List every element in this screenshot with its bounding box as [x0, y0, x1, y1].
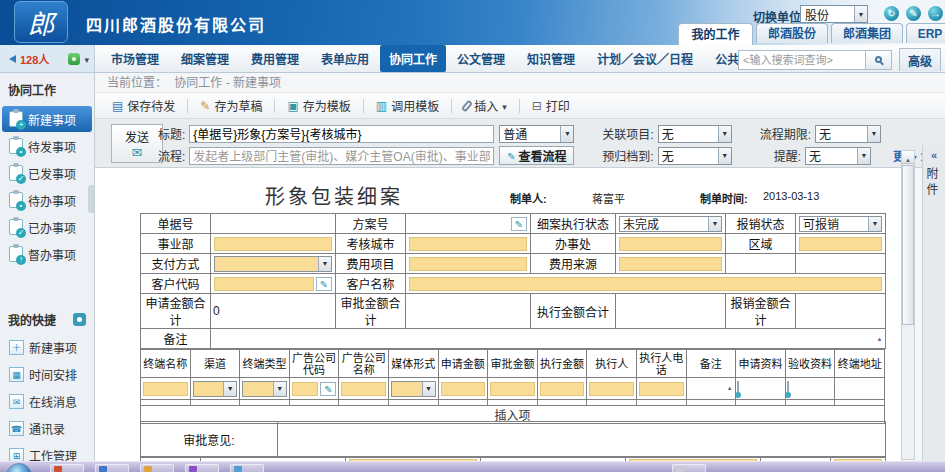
pre-archive-select[interactable]: 无 — [658, 147, 732, 165]
division-field[interactable] — [214, 237, 332, 251]
exec-amount-field[interactable] — [540, 382, 585, 396]
advanced-search-button[interactable]: 高级 — [899, 48, 941, 71]
search-input[interactable] — [738, 50, 866, 70]
menu-official-doc[interactable]: 公文管理 — [446, 45, 516, 72]
refresh-icon[interactable]: ↻ — [884, 6, 899, 21]
textarea-scrollbar[interactable] — [875, 330, 884, 347]
reimburse-status-select[interactable]: 可报销 — [799, 216, 882, 232]
tab-erp[interactable]: ERP — [906, 23, 945, 43]
media-form-select[interactable] — [391, 381, 436, 397]
creator-label: 制单人: — [510, 190, 547, 206]
compose-icon[interactable]: ✎ — [906, 6, 921, 21]
sidebar-item-sent[interactable]: 已发事项 — [2, 160, 92, 186]
collapse-panel-icon[interactable]: « — [923, 145, 945, 161]
tab-my-work[interactable]: 我的工作 — [678, 23, 753, 45]
region-field[interactable] — [799, 237, 882, 251]
print-button[interactable]: 打印 — [523, 94, 579, 117]
apply-amount-field[interactable] — [441, 382, 486, 396]
expense-item-field[interactable] — [409, 257, 527, 271]
send-button[interactable]: 发送 — [111, 124, 163, 163]
shortcut-schedule[interactable]: ▦ 时间安排 — [2, 361, 92, 387]
terminal-address-cell[interactable] — [835, 378, 885, 400]
menu-knowledge[interactable]: 知识管理 — [516, 45, 586, 72]
remark-textarea[interactable] — [211, 329, 886, 349]
related-project-select[interactable]: 无 — [658, 125, 732, 143]
taskbar-app-icon[interactable] — [140, 464, 174, 472]
flow-deadline-select[interactable]: 无 — [815, 125, 881, 143]
scrollbar-thumb[interactable] — [902, 165, 914, 325]
textarea-scrollbar[interactable] — [725, 379, 734, 398]
switch-unit-select[interactable]: 股份 — [800, 5, 868, 23]
remind-select[interactable]: 无 — [805, 147, 871, 165]
menu-plan-detail[interactable]: 细案管理 — [170, 45, 240, 72]
ad-company-code-field[interactable] — [292, 382, 319, 396]
row-remark-textarea[interactable] — [686, 378, 736, 400]
expense-source-field[interactable] — [619, 257, 722, 271]
menu-forms[interactable]: 表单应用 — [310, 45, 380, 72]
channel-select[interactable] — [193, 381, 238, 397]
shortcut-messages[interactable]: ✉ 在线消息 — [2, 388, 92, 414]
search-button[interactable] — [866, 50, 892, 70]
save-draft-button[interactable]: 存为草稿 — [191, 94, 271, 117]
docno-field[interactable] — [211, 214, 336, 234]
executor-phone-field[interactable] — [639, 382, 684, 396]
taskbar-app-icon[interactable] — [95, 464, 129, 472]
sidebar-item-new[interactable]: 新建事项 — [2, 106, 92, 132]
use-template-button[interactable]: 调用模板 — [367, 94, 448, 117]
terminal-type-select[interactable] — [242, 381, 287, 397]
view-flow-button[interactable]: 查看流程 — [499, 146, 574, 165]
edit-icon[interactable] — [320, 382, 336, 396]
priority-select[interactable]: 普通 — [499, 125, 574, 143]
logout-icon[interactable]: → — [928, 6, 943, 21]
customer-code-field[interactable] — [214, 277, 314, 291]
sidebar-item-to-send[interactable]: 待发事项 — [2, 133, 92, 159]
shortcut-contacts[interactable]: ☎ 通讯录 — [2, 415, 92, 441]
edit-icon[interactable] — [511, 217, 527, 231]
insert-button[interactable]: 插入 — [455, 94, 516, 117]
menu-collaboration[interactable]: 协同工作 — [380, 45, 446, 72]
taskbar-app-icon[interactable] — [50, 464, 84, 472]
chevron-down-icon[interactable] — [84, 52, 89, 66]
flow-input[interactable] — [189, 147, 494, 165]
plan-no-field[interactable] — [406, 214, 531, 234]
gear-icon[interactable] — [73, 313, 86, 326]
tab-langjiu-gufen[interactable]: 郎酒股份 — [756, 23, 828, 43]
menu-market[interactable]: 市场管理 — [100, 45, 170, 72]
start-button[interactable] — [6, 463, 32, 472]
executor-field[interactable] — [589, 382, 634, 396]
pay-method-select[interactable] — [214, 256, 332, 272]
form-scrollbar[interactable] — [901, 150, 915, 460]
attachment-panel-label[interactable]: 附件 — [923, 167, 940, 199]
save-template-button[interactable]: 存为模板 — [278, 94, 359, 117]
menu-schedule[interactable]: 计划／会议／日程 — [586, 45, 704, 72]
title-input[interactable] — [189, 125, 494, 143]
apply-doc-icon[interactable] — [737, 381, 739, 397]
approve-amount-field[interactable] — [490, 382, 535, 396]
sidebar-item-supervise[interactable]: 督办事项 — [2, 241, 92, 267]
chevron-down-icon — [273, 382, 286, 396]
menu-expense[interactable]: 费用管理 — [240, 45, 310, 72]
scroll-up-icon[interactable] — [902, 151, 914, 164]
sidebar-item-label: 已发事项 — [28, 165, 76, 182]
main-menubar: 128人 市场管理 细案管理 费用管理 表单应用 协同工作 公文管理 知识管理 … — [0, 45, 945, 73]
exec-status-select[interactable]: 未完成 — [619, 216, 722, 232]
assess-city-field[interactable] — [409, 237, 527, 251]
office-field[interactable] — [619, 237, 722, 251]
grid-header: 验收资料 — [785, 350, 835, 378]
sidebar-item-todo[interactable]: 待办事项 — [2, 187, 92, 213]
edit-icon[interactable] — [316, 277, 332, 291]
taskbar-app-icon[interactable] — [185, 464, 219, 472]
customer-name-field[interactable] — [409, 277, 882, 291]
save-pending-button[interactable]: 保存待发 — [103, 94, 184, 117]
sidebar-item-done[interactable]: 已办事项 — [2, 214, 92, 240]
taskbar-app-icon[interactable] — [672, 464, 706, 472]
accept-doc-icon[interactable] — [787, 381, 789, 397]
ad-company-name-field[interactable] — [341, 382, 386, 396]
online-status[interactable]: 128人 — [0, 45, 95, 72]
sidebar-collapse-handle[interactable] — [88, 185, 94, 213]
terminal-name-field[interactable] — [143, 382, 188, 396]
approval-comment-area[interactable] — [278, 422, 886, 457]
shortcut-new-item[interactable]: ＋ 新建事项 — [2, 334, 92, 360]
tab-langjiu-group[interactable]: 郎酒集团 — [831, 23, 903, 43]
taskbar-app-icon[interactable] — [230, 464, 264, 472]
